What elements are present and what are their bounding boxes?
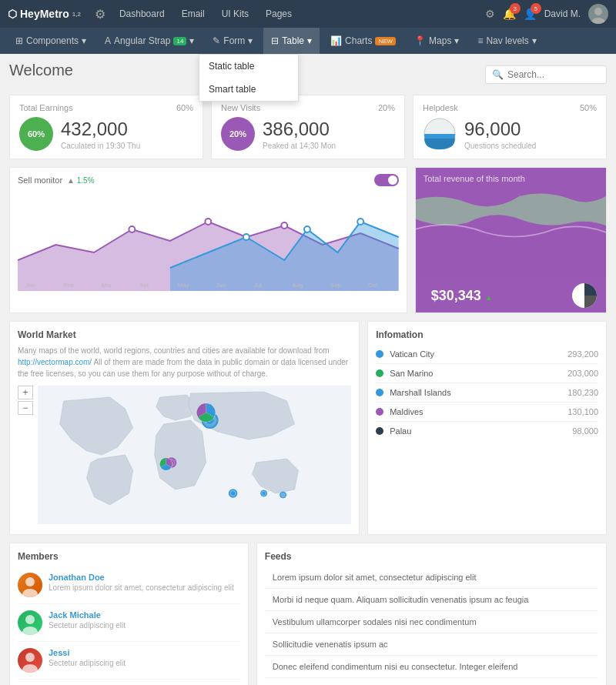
chevron-down-icon: ▾	[532, 35, 537, 46]
svg-point-31	[25, 577, 35, 586]
increase-tag: ▲ 1.5%	[67, 176, 94, 185]
table-icon: ⊟	[271, 35, 279, 46]
feeds-list: Lorem ipsum dolor sit amet, consectetur …	[265, 566, 598, 685]
svg-text:May: May	[178, 282, 189, 289]
svg-point-6	[243, 234, 249, 240]
secnav-table[interactable]: ⊟ Table ▾	[263, 28, 320, 54]
info-dot	[376, 369, 383, 377]
map-section: World Market Many maps of the world, wor…	[9, 321, 607, 535]
new-badge: NEW	[375, 37, 396, 45]
svg-text:Oct: Oct	[368, 282, 378, 289]
bell-icon-btn[interactable]: 🔔 3	[503, 8, 516, 20]
search-input[interactable]	[507, 69, 600, 80]
sell-monitor-card: Sell monitor ▲ 1.5%	[9, 167, 407, 313]
map-icon: 📍	[414, 35, 426, 46]
info-dot	[376, 389, 383, 396]
nav-uikits[interactable]: UI Kits	[214, 0, 256, 28]
secnav-maps[interactable]: 📍 Maps ▾	[407, 28, 467, 54]
member-name[interactable]: Jonathan Doe	[49, 573, 234, 582]
svg-point-7	[304, 226, 310, 232]
member-name[interactable]: Jack Michale	[49, 610, 126, 620]
angular-icon: A	[105, 35, 111, 46]
stats-row: Total Earnings 60% 60% 432,000 Caculated…	[9, 95, 607, 159]
vectormap-link[interactable]: http://vectormap.com/	[18, 358, 92, 366]
map-area	[38, 386, 351, 526]
svg-text:Mar: Mar	[102, 282, 112, 289]
zoom-in-button[interactable]: +	[18, 386, 33, 399]
svg-point-28	[280, 492, 286, 498]
search-box: 🔍	[485, 65, 607, 84]
svg-text:Jun: Jun	[216, 282, 226, 289]
earnings-main: 60% 432,000 Caculated in 19:30 Thu	[19, 117, 193, 151]
secnav-navlevels[interactable]: ≡ Nav levels ▾	[470, 28, 544, 54]
visits-value: 386,000	[263, 119, 336, 140]
helpdesk-sub: Questions scheduled	[464, 142, 536, 150]
info-dot	[376, 350, 383, 358]
chart-icon: 📊	[330, 35, 342, 46]
info-country: Vatican City	[390, 349, 567, 359]
svg-point-34	[22, 627, 38, 635]
visits-main: 20% 386,000 Peaked at 14:30 Mon	[221, 117, 395, 151]
svg-text:Aug: Aug	[292, 282, 303, 289]
nav-email[interactable]: Email	[174, 0, 213, 28]
charts-section: Sell monitor ▲ 1.5%	[9, 167, 607, 313]
dropdown-static-table[interactable]: Static table	[199, 55, 298, 78]
user-icon-btn[interactable]: 👤 5	[524, 8, 537, 20]
page-title: Welcome	[9, 62, 73, 79]
zoom-out-button[interactable]: −	[18, 401, 33, 415]
svg-point-1	[591, 18, 605, 24]
info-count: 130,100	[567, 407, 598, 416]
gear-icon-btn[interactable]: ⚙	[485, 8, 495, 20]
earnings-card: Total Earnings 60% 60% 432,000 Caculated…	[9, 95, 203, 159]
revenue-pie	[571, 282, 598, 309]
form-icon: ✎	[213, 35, 220, 46]
svg-text:Feb: Feb	[63, 282, 74, 289]
world-map-svg	[38, 386, 351, 524]
svg-text:Jul: Jul	[254, 282, 262, 289]
header-row: Welcome 🔍	[9, 62, 607, 87]
visits-label: New Visits	[221, 103, 395, 112]
info-dot	[376, 408, 383, 416]
svg-text:Apr: Apr	[139, 282, 149, 289]
nav-pages[interactable]: Pages	[258, 0, 300, 28]
settings-icon[interactable]: ⚙	[95, 7, 105, 22]
secnav-components[interactable]: ⊞ Components ▾	[8, 28, 94, 54]
info-count: 180,230	[567, 388, 598, 397]
info-count: 98,000	[572, 426, 598, 436]
info-country: San Marino	[390, 369, 567, 378]
dropdown-smart-table[interactable]: Smart table	[199, 78, 298, 101]
earnings-value: 432,000	[61, 119, 140, 140]
secnav-charts[interactable]: 📊 Charts NEW	[323, 28, 403, 54]
member-name[interactable]: Jessi	[49, 648, 126, 657]
helpdesk-percent: 50%	[580, 103, 597, 112]
helpdesk-icon	[423, 117, 457, 151]
svg-point-35	[25, 653, 35, 662]
member-avatar	[18, 573, 42, 597]
search-icon: 🔍	[492, 69, 504, 80]
top-nav-right: ⚙ 🔔 3 👤 5 David M.	[485, 4, 608, 24]
member-avatar	[18, 610, 42, 635]
info-row: Maldives 130,100	[376, 403, 598, 422]
secondary-navigation: ⊞ Components ▾ A Angular Strap 14 ▾ ✎ Fo…	[0, 28, 616, 54]
nav-dashboard[interactable]: Dashboard	[112, 0, 172, 28]
svg-point-5	[281, 222, 287, 229]
top-nav-links: Dashboard Email UI Kits Pages	[112, 0, 479, 28]
puzzle-icon: ⊞	[15, 35, 23, 46]
feed-item: Donec eleifend condimentum nisi eu conse…	[265, 656, 598, 678]
feed-item: Sollicitudie venenatis ipsum ac	[265, 633, 598, 656]
toggle-switch[interactable]	[374, 174, 399, 186]
feeds-title: Feeds	[265, 551, 598, 562]
chevron-down-icon: ▾	[454, 35, 459, 46]
revenue-arrow: ▲	[485, 293, 493, 302]
member-item: Jessi Sectetur adipiscing elit	[18, 642, 240, 680]
avatar[interactable]	[588, 4, 608, 24]
info-count: 203,000	[567, 369, 598, 378]
chevron-down-icon: ▾	[82, 35, 86, 46]
info-country: Palau	[390, 426, 572, 436]
svg-point-33	[25, 615, 35, 624]
member-item: Jack Michale Sectetur adipiscing elit	[18, 604, 240, 642]
svg-text:Jan: Jan	[25, 282, 35, 289]
secnav-angularstrap[interactable]: A Angular Strap 14 ▾	[97, 28, 202, 54]
secnav-form[interactable]: ✎ Form ▾	[205, 28, 260, 54]
visits-percent: 20%	[378, 103, 395, 112]
